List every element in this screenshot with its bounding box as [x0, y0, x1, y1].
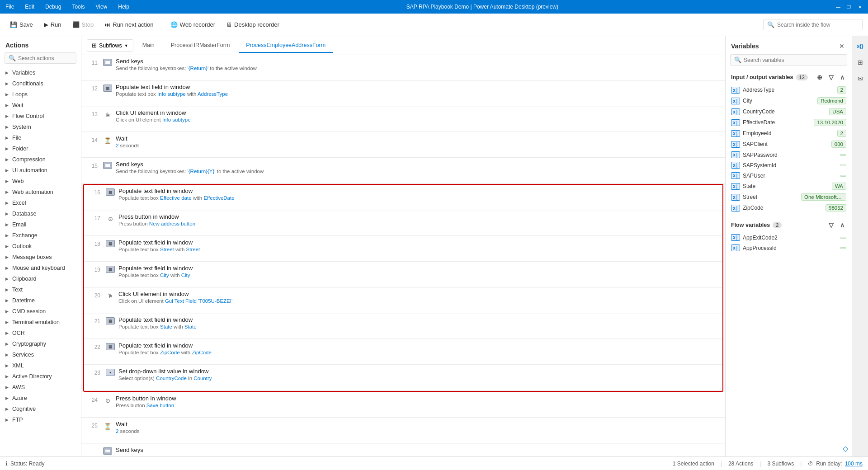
var-SAPPassword[interactable]: x| SAPPassword	[729, 150, 848, 160]
var-Street[interactable]: x| Street One Microsoft Way	[729, 192, 848, 202]
flow-row-20[interactable]: 20 🖱 Click UI element in window Click on…	[84, 288, 722, 313]
flow-row-15[interactable]: 15 ⌨ Send keys Send the following keystr…	[81, 158, 725, 183]
menu-debug[interactable]: Debug	[43, 3, 63, 11]
variables-diamond-icon[interactable]: ◇	[843, 444, 848, 453]
var-AppExitCode2[interactable]: x| AppExitCode2	[729, 232, 848, 243]
sidebar-item-web[interactable]: ▶Web	[0, 176, 81, 187]
variables-search-box[interactable]: 🔍	[730, 54, 847, 66]
sidebar-item-outlook[interactable]: ▶Outlook	[0, 241, 81, 252]
flow-row-next[interactable]: ⌨ Send keys	[81, 444, 725, 456]
var-ZipCode[interactable]: x| ZipCode 98052	[729, 202, 848, 213]
flow-row-18[interactable]: 18 ▦ Populate text field in window Popul…	[84, 236, 722, 262]
maximize-button[interactable]: ❐	[844, 2, 854, 11]
menu-edit[interactable]: Edit	[23, 3, 36, 11]
sidebar-item-text[interactable]: ▶Text	[0, 284, 81, 295]
flow-row-21[interactable]: 21 ▦ Populate text field in window Popul…	[84, 314, 722, 339]
var-AddressType[interactable]: x| AddressType 2	[729, 85, 848, 95]
var-EmployeeId[interactable]: x| EmployeeId 2	[729, 128, 848, 139]
sidebar-item-ftp[interactable]: ▶FTP	[0, 414, 81, 425]
collapse-flow-variables-button[interactable]: ∧	[838, 221, 846, 230]
variables-search-input[interactable]	[744, 57, 843, 63]
save-button[interactable]: 💾 Save	[5, 19, 38, 31]
var-SAPUser[interactable]: x| SAPUser	[729, 170, 848, 181]
sidebar-item-excel[interactable]: ▶Excel	[0, 197, 81, 208]
var-SAPClient[interactable]: x| SAPClient 000	[729, 139, 848, 150]
sidebar-item-mouse-keyboard[interactable]: ▶Mouse and keyboard	[0, 263, 81, 273]
var-AppProcessId[interactable]: x| AppProcessId	[729, 243, 848, 253]
sidebar-item-services[interactable]: ▶Services	[0, 349, 81, 360]
sidebar-item-xml[interactable]: ▶XML	[0, 360, 81, 371]
sidebar-item-compression[interactable]: ▶Compression	[0, 154, 81, 165]
right-edge-icon-2[interactable]: ⊞	[854, 56, 867, 69]
menu-file[interactable]: File	[4, 3, 16, 11]
run-button[interactable]: ▶ Run	[39, 19, 66, 31]
actions-search-input[interactable]	[18, 55, 72, 61]
var-City[interactable]: x| City Redmond	[729, 95, 848, 106]
stop-button[interactable]: ⬛ Stop	[68, 19, 99, 31]
menu-view[interactable]: View	[94, 3, 109, 11]
window-controls[interactable]: — ❐ ✕	[834, 2, 864, 11]
run-next-action-button[interactable]: ⏭ Run next action	[100, 19, 158, 31]
flow-row-11[interactable]: 11 ⌨ Send keys Send the following keystr…	[81, 55, 725, 80]
sidebar-item-terminal-emulation[interactable]: ▶Terminal emulation	[0, 317, 81, 328]
sidebar-item-loops[interactable]: ▶Loops	[0, 89, 81, 100]
sidebar-item-email[interactable]: ▶Email	[0, 219, 81, 230]
sidebar-item-file[interactable]: ▶File	[0, 132, 81, 143]
sidebar-item-ui-automation[interactable]: ▶UI automation	[0, 165, 81, 176]
sidebar-item-folder[interactable]: ▶Folder	[0, 143, 81, 154]
title-bar-menus[interactable]: File Edit Debug Tools View Help	[4, 3, 131, 11]
sidebar-item-cognitive[interactable]: ▶Cognitive	[0, 404, 81, 414]
right-edge-icon-1[interactable]: x{}	[854, 40, 867, 52]
flow-row-25[interactable]: 25 ⏳ Wait 2 seconds	[81, 418, 725, 443]
menu-help[interactable]: Help	[116, 3, 131, 11]
sidebar-item-wait[interactable]: ▶Wait	[0, 100, 81, 111]
run-delay-value[interactable]: 100 ms	[845, 461, 863, 467]
minimize-button[interactable]: —	[834, 2, 843, 11]
collapse-input-output-button[interactable]: ∧	[838, 73, 846, 82]
search-in-flow-input[interactable]	[777, 22, 859, 28]
var-EffectiveDate[interactable]: x| EffectiveDate 13.10.2020	[729, 117, 848, 128]
flow-row-17[interactable]: 17 ⊙ Press button in window Press button…	[84, 211, 722, 236]
flow-row-22[interactable]: 22 ▦ Populate text field in window Popul…	[84, 339, 722, 365]
var-State[interactable]: x| State WA	[729, 181, 848, 192]
filter-flow-variables-button[interactable]: ▽	[827, 221, 835, 230]
flow-row-24[interactable]: 24 ⊙ Press button in window Press button…	[81, 392, 725, 418]
sidebar-item-cryptography[interactable]: ▶Cryptography	[0, 338, 81, 349]
sidebar-item-active-directory[interactable]: ▶Active Directory	[0, 371, 81, 382]
sidebar-item-system[interactable]: ▶System	[0, 122, 81, 132]
sidebar-item-cmd-session[interactable]: ▶CMD session	[0, 306, 81, 317]
close-variables-button[interactable]: ✕	[837, 42, 846, 51]
filter-variables-button[interactable]: ▽	[827, 73, 835, 82]
sidebar-item-exchange[interactable]: ▶Exchange	[0, 230, 81, 241]
sidebar-item-message-boxes[interactable]: ▶Message boxes	[0, 252, 81, 263]
web-recorder-button[interactable]: 🌐 Web recorder	[166, 19, 220, 31]
subflows-button[interactable]: ⊞ Subflows ▼	[87, 39, 133, 52]
search-in-flow[interactable]: 🔍	[763, 19, 863, 30]
tab-main[interactable]: Main	[135, 38, 162, 53]
menu-tools[interactable]: Tools	[70, 3, 86, 11]
sidebar-item-azure[interactable]: ▶Azure	[0, 393, 81, 404]
right-edge-icon-3[interactable]: ✉	[854, 72, 867, 85]
flow-row-14[interactable]: 14 ⏳ Wait 2 seconds	[81, 132, 725, 158]
flow-row-13[interactable]: 13 🖱 Click UI element in window Click on…	[81, 107, 725, 132]
tab-process-employee-address-form[interactable]: ProcessEmployeeAddressForm	[239, 38, 333, 53]
flow-variables-section-header[interactable]: Flow variables 2 ▽ ∧	[729, 217, 848, 232]
sidebar-item-conditionals[interactable]: ▶Conditionals	[0, 78, 81, 89]
sidebar-item-database[interactable]: ▶Database	[0, 208, 81, 219]
input-output-section-header[interactable]: Input / output variables 12 ⊕ ▽ ∧	[729, 69, 848, 85]
var-CountryCode[interactable]: x| CountryCode USA	[729, 106, 848, 117]
var-SAPSystemId[interactable]: x| SAPSystemId	[729, 160, 848, 170]
sidebar-item-variables[interactable]: ▶Variables	[0, 67, 81, 78]
sidebar-item-ocr[interactable]: ▶OCR	[0, 328, 81, 338]
flow-row-12[interactable]: 12 ▦ Populate text field in window Popul…	[81, 81, 725, 106]
tab-process-hr-master-form[interactable]: ProcessHRMasterForm	[164, 38, 237, 53]
flow-row-19[interactable]: 19 ▦ Populate text field in window Popul…	[84, 262, 722, 287]
sidebar-item-clipboard[interactable]: ▶Clipboard	[0, 273, 81, 284]
sidebar-item-aws[interactable]: ▶AWS	[0, 382, 81, 393]
sidebar-item-datetime[interactable]: ▶Datetime	[0, 295, 81, 306]
actions-search-box[interactable]: 🔍	[5, 52, 76, 64]
desktop-recorder-button[interactable]: 🖥 Desktop recorder	[222, 19, 284, 31]
flow-row-23[interactable]: 23 ▾ Set drop-down list value in window …	[84, 365, 722, 390]
close-button[interactable]: ✕	[855, 2, 864, 11]
sidebar-item-flow-control[interactable]: ▶Flow Control	[0, 111, 81, 122]
